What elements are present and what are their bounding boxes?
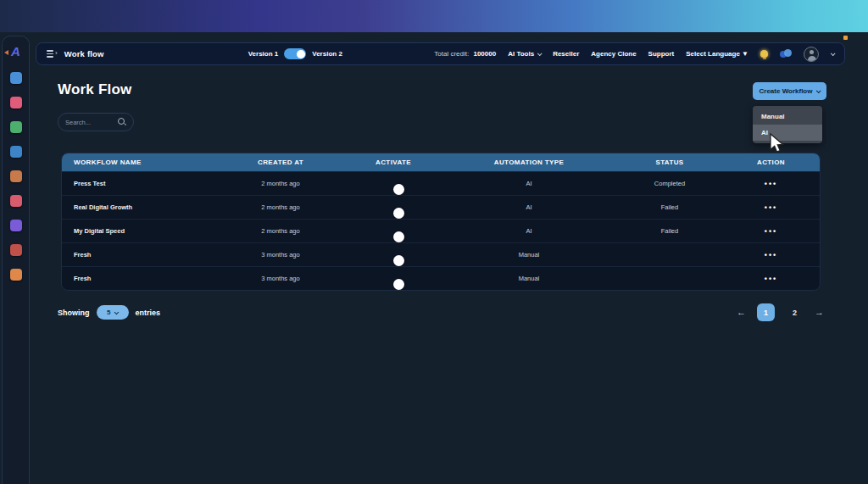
row-actions-button[interactable]: •••	[721, 275, 821, 283]
user-avatar[interactable]	[804, 47, 819, 62]
workflow-page: A › Work flow Version 1 Version 2 Total …	[0, 0, 868, 484]
total-credit: Total credit: 100000	[434, 50, 496, 58]
create-workflow-button[interactable]: Create Workflow	[753, 82, 826, 100]
pagination-controls: ← 12 →	[737, 303, 824, 321]
hamburger-icon	[47, 50, 53, 57]
column-header-automation-type: AUTOMATION TYPE	[440, 159, 618, 166]
column-header-status: STATUS	[618, 159, 721, 166]
chevron-right-icon: ›	[55, 50, 58, 57]
page-size-select[interactable]: 5	[97, 305, 129, 320]
showing-label: Showing	[58, 309, 90, 317]
version-switch[interactable]	[284, 48, 306, 59]
chevron-down-icon	[816, 88, 821, 93]
row-actions-button[interactable]: •••	[721, 227, 821, 236]
page-button-2[interactable]: 2	[786, 303, 804, 321]
chevron-down-icon	[114, 309, 119, 314]
menu-toggle-icon[interactable]: ›	[47, 50, 58, 57]
cell-automation-type: AI	[440, 180, 618, 187]
table-row: Fresh 3 months ago Manual •••	[62, 266, 820, 290]
row-actions-button[interactable]: •••	[721, 251, 821, 259]
cell-status: Completed	[618, 180, 721, 187]
sidebar-icons	[10, 72, 22, 281]
switch-knob	[297, 50, 305, 58]
create-workflow-label: Create Workflow	[760, 87, 813, 95]
chevron-down-icon	[537, 51, 542, 56]
nav-link-label: Reseller	[553, 50, 579, 58]
cell-workflow-name: Fresh	[62, 275, 214, 282]
navbar-right: Total credit: 100000 AI ToolsResellerAge…	[434, 47, 834, 62]
app-rust-icon[interactable]	[10, 244, 22, 256]
cell-status: Failed	[618, 203, 721, 211]
app-purple-icon[interactable]	[10, 220, 22, 231]
table-header: WORKFLOW NAMECREATED ATACTIVATEAUTOMATIO…	[62, 153, 820, 171]
app-pink-icon[interactable]	[10, 97, 22, 108]
app-logo[interactable]: A	[8, 43, 25, 60]
app-amber-icon[interactable]	[10, 269, 22, 281]
nav-link-support[interactable]: Support	[648, 50, 675, 58]
page-size-value: 5	[107, 309, 110, 316]
column-header-created-at: CREATED AT	[214, 159, 347, 166]
pagination-summary: Showing 5 entries	[58, 305, 160, 320]
search-input[interactable]	[65, 119, 118, 126]
app-blue-icon[interactable]	[10, 72, 22, 84]
chat-bubbles-icon[interactable]	[780, 49, 792, 58]
app-red-icon[interactable]	[10, 195, 22, 207]
nav-link-reseller[interactable]: Reseller	[553, 50, 579, 58]
nav-link-ai-tools[interactable]: AI Tools	[508, 50, 541, 58]
cell-created-at: 3 months ago	[214, 251, 347, 259]
cell-created-at: 3 months ago	[214, 275, 347, 282]
app-orange-brown-icon[interactable]	[10, 170, 22, 182]
credit-value: 100000	[473, 50, 496, 58]
table-row: Real Digital Growth 2 months ago AI Fail…	[62, 195, 820, 219]
next-page-arrow[interactable]: →	[815, 308, 824, 317]
notification-dot	[843, 36, 848, 40]
dropdown-item-ai[interactable]: AI	[753, 125, 822, 141]
cell-status: Failed	[618, 227, 721, 235]
app-sidebar: A	[2, 36, 30, 484]
table-body: Press Test 2 months ago AI Completed •••…	[62, 171, 820, 290]
prev-page-arrow[interactable]: ←	[737, 308, 746, 317]
entries-label: entries	[136, 309, 161, 317]
nav-link-label: Support	[648, 50, 675, 58]
nav-link-agency-clone[interactable]: Agency Clone	[591, 50, 636, 58]
credit-label: Total credit:	[434, 50, 469, 58]
search-icon[interactable]	[118, 118, 126, 126]
cell-workflow-name: Real Digital Growth	[62, 203, 214, 211]
column-header-action: ACTION	[721, 159, 821, 166]
cell-automation-type: Manual	[440, 251, 618, 259]
toggle-knob	[393, 279, 404, 290]
toggle-knob	[393, 184, 404, 195]
toggle-knob	[393, 208, 404, 219]
nav-link-label: AI Tools	[508, 50, 534, 58]
app-green-icon[interactable]	[10, 121, 22, 133]
version-1-label: Version 1	[248, 50, 279, 58]
row-actions-button[interactable]: •••	[721, 180, 821, 188]
nav-link-select-language[interactable]: Select Language ▼	[686, 50, 748, 58]
nav-links: AI ToolsResellerAgency CloneSupportSelec…	[508, 50, 748, 58]
cell-workflow-name: Press Test	[62, 180, 214, 187]
cell-automation-type: AI	[440, 227, 618, 235]
search-box	[58, 113, 134, 131]
page-buttons: 12	[757, 303, 804, 321]
workflow-table: WORKFLOW NAMECREATED ATACTIVATEAUTOMATIO…	[61, 153, 821, 291]
page-button-1[interactable]: 1	[757, 303, 775, 321]
cell-created-at: 2 months ago	[214, 227, 347, 235]
cell-automation-type: Manual	[440, 275, 618, 282]
toggle-knob	[393, 231, 404, 242]
cell-workflow-name: My Digital Speed	[62, 227, 214, 235]
app-skyblue-icon[interactable]	[10, 146, 22, 158]
cell-automation-type: AI	[440, 203, 618, 211]
nav-link-label: Agency Clone	[591, 50, 636, 58]
navbar-title: Work flow	[64, 49, 104, 58]
version-toggle-group: Version 1 Version 2	[248, 48, 342, 59]
row-actions-button[interactable]: •••	[721, 203, 821, 212]
top-navbar: › Work flow Version 1 Version 2 Total cr…	[36, 42, 845, 65]
cell-created-at: 2 months ago	[214, 180, 347, 187]
table-row: My Digital Speed 2 months ago AI Failed …	[62, 219, 820, 242]
cell-workflow-name: Fresh	[62, 251, 214, 259]
avatar-chevron-icon[interactable]	[831, 51, 836, 56]
column-header-workflow-name: WORKFLOW NAME	[62, 159, 214, 166]
toggle-knob	[393, 255, 404, 266]
dropdown-item-manual[interactable]: Manual	[753, 108, 822, 125]
lightbulb-icon[interactable]	[760, 50, 768, 58]
